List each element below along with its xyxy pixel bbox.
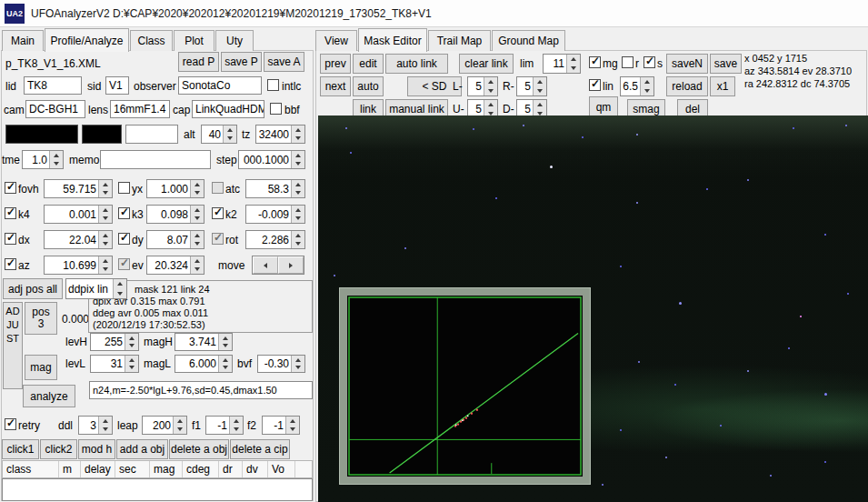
spinner-arrows-icon[interactable]	[484, 77, 497, 95]
save-button[interactable]: save	[710, 54, 742, 74]
col-dv[interactable]: dv	[243, 461, 268, 477]
mod-h-button[interactable]: mod h	[78, 439, 115, 459]
ev-checkbox[interactable]	[118, 258, 130, 270]
starfield-canvas[interactable]	[318, 115, 868, 502]
delete-a-cip-button[interactable]: delete a cip	[230, 439, 290, 459]
yx-spinner[interactable]: 1.000	[146, 179, 205, 198]
col-dr[interactable]: dr	[219, 461, 243, 477]
spinner-arrows-icon[interactable]	[98, 206, 112, 223]
alt-spinner[interactable]: 40	[201, 125, 237, 144]
rot-spinner[interactable]: 2.286	[245, 230, 305, 249]
fovh-spinner[interactable]: 59.715	[44, 179, 113, 198]
object-list[interactable]	[2, 478, 313, 501]
spinner-arrows-icon[interactable]	[533, 77, 546, 95]
col-class[interactable]: class	[3, 461, 59, 477]
spinner-arrows-icon[interactable]	[125, 356, 138, 372]
col-delay[interactable]: delay	[81, 461, 115, 477]
lin-spinner[interactable]: 6.5	[620, 76, 654, 96]
tab-view[interactable]: View	[315, 30, 357, 51]
tab-main[interactable]: Main	[2, 30, 44, 51]
spinner-arrows-icon[interactable]	[173, 417, 186, 434]
spinner-arrows-icon[interactable]	[291, 356, 304, 372]
col-m[interactable]: m	[59, 461, 81, 477]
spinner-arrows-icon[interactable]	[190, 180, 204, 197]
retry-checkbox[interactable]	[5, 418, 16, 430]
bvf-spinner[interactable]: -0.30	[257, 355, 305, 373]
title-bar[interactable]: UA2 UFOAnalyzerV2 D:¥CAP¥2020¥202012¥202…	[0, 0, 868, 27]
read-p-button[interactable]: read P	[178, 52, 219, 72]
k4-spinner[interactable]: 0.001	[44, 205, 113, 224]
az-spinner[interactable]: 10.699	[44, 256, 113, 275]
x1-button[interactable]: x1	[710, 76, 735, 96]
col-cdeg[interactable]: cdeg	[183, 461, 219, 477]
ddpix-combo[interactable]: ddpix lin	[65, 278, 127, 299]
atc-spinner[interactable]: 58.3	[245, 179, 305, 198]
cam-field[interactable]: DC-BGH1	[25, 100, 85, 118]
auto-link-button[interactable]: auto link	[385, 54, 448, 74]
redacted-field-2[interactable]	[82, 125, 122, 144]
magl-spinner[interactable]: 6.000	[175, 355, 233, 373]
blank-field[interactable]	[125, 125, 178, 144]
sid-field[interactable]: V1	[105, 76, 129, 95]
redacted-field-1[interactable]	[5, 125, 78, 144]
levl-spinner[interactable]: 31	[90, 355, 139, 373]
spinner-arrows-icon[interactable]	[291, 180, 304, 197]
add-a-obj-button[interactable]: add a obj	[116, 439, 168, 459]
rot-checkbox[interactable]	[212, 233, 224, 245]
adjust-button[interactable]: ADJUST	[3, 302, 23, 389]
dx-checkbox[interactable]	[5, 233, 16, 245]
tab-uty[interactable]: Uty	[215, 30, 254, 51]
cap-field[interactable]: LinkQuadHDMI	[192, 100, 264, 118]
col-vo[interactable]: Vo	[268, 461, 295, 477]
leap-spinner[interactable]: 200	[142, 416, 187, 435]
spinner-arrows-icon[interactable]	[291, 126, 304, 143]
spinner-arrows-icon[interactable]	[190, 256, 204, 274]
s-checkbox[interactable]	[644, 56, 655, 68]
lin-checkbox[interactable]	[589, 79, 601, 91]
spinner-arrows-icon[interactable]	[98, 231, 112, 248]
memo-field[interactable]	[100, 150, 211, 169]
saven-button[interactable]: saveN	[666, 54, 708, 74]
analyze-button[interactable]: analyze	[23, 385, 75, 407]
mg-checkbox[interactable]	[589, 56, 601, 68]
k2-checkbox[interactable]	[212, 207, 224, 219]
tab-plot[interactable]: Plot	[174, 30, 215, 51]
k4-checkbox[interactable]	[5, 207, 16, 219]
save-a-button[interactable]: save A	[264, 52, 304, 72]
move-left-icon[interactable]	[253, 256, 278, 274]
click2-button[interactable]: click2	[40, 439, 77, 459]
spinner-arrows-icon[interactable]	[98, 256, 112, 274]
spinner-arrows-icon[interactable]	[291, 206, 304, 223]
reload-button[interactable]: reload	[666, 76, 708, 96]
k3-checkbox[interactable]	[118, 207, 130, 219]
tab-mask-editor[interactable]: Mask Editor	[358, 28, 427, 52]
ddl-spinner[interactable]: 3	[78, 416, 113, 435]
clear-link-button[interactable]: clear link	[459, 54, 514, 74]
intlc-checkbox[interactable]	[267, 79, 279, 91]
pos-button[interactable]: pos 3	[25, 302, 57, 335]
tab-trail-map[interactable]: Trail Map	[428, 30, 491, 51]
atc-checkbox[interactable]	[212, 182, 224, 194]
spinner-arrows-icon[interactable]	[285, 417, 299, 434]
lid-field[interactable]: TK8	[24, 76, 82, 95]
tz-spinner[interactable]: 32400	[255, 125, 305, 144]
move-right-icon[interactable]	[278, 256, 304, 274]
spinner-arrows-icon[interactable]	[125, 334, 138, 350]
spinner-arrows-icon[interactable]	[640, 77, 653, 95]
spinner-arrows-icon[interactable]	[218, 334, 232, 350]
dx-spinner[interactable]: 22.04	[44, 230, 113, 249]
spinner-arrows-icon[interactable]	[190, 231, 204, 248]
save-p-button[interactable]: save P	[221, 52, 262, 72]
dy-checkbox[interactable]	[118, 233, 130, 245]
spinner-arrows-icon[interactable]	[291, 151, 304, 168]
f1-spinner[interactable]: -1	[205, 416, 244, 435]
prev-button[interactable]: prev	[320, 54, 351, 74]
levh-spinner[interactable]: 255	[90, 333, 139, 351]
next-button[interactable]: next	[320, 76, 351, 96]
spinner-arrows-icon[interactable]	[229, 417, 243, 434]
bbf-checkbox[interactable]	[270, 103, 282, 115]
col-mag[interactable]: mag	[150, 461, 183, 477]
step-spinner[interactable]: 000.1000	[238, 150, 305, 169]
magh-spinner[interactable]: 3.741	[175, 333, 233, 351]
spinner-arrows-icon[interactable]	[218, 356, 232, 372]
